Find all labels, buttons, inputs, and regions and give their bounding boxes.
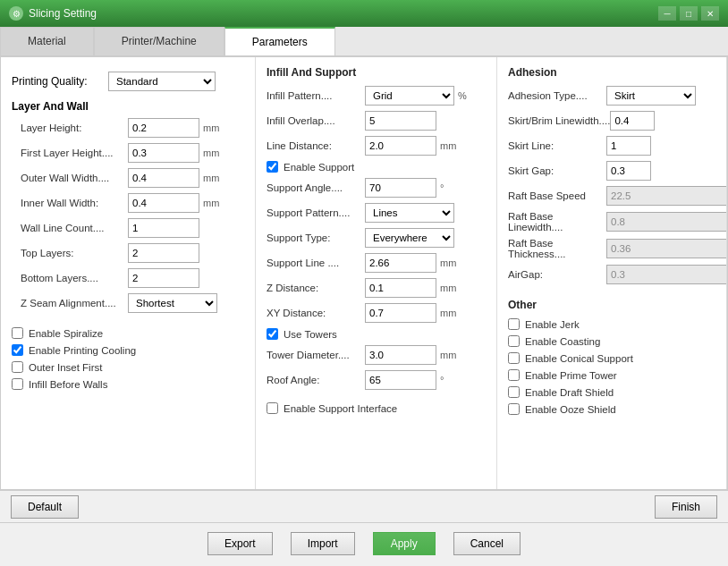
maximize-button[interactable]: □ <box>680 6 698 21</box>
infill-support-title: Infill And Support <box>267 66 486 79</box>
default-button[interactable]: Default <box>11 495 79 519</box>
airgap-row: AirGap: <box>508 265 715 284</box>
tower-diameter-input[interactable] <box>365 345 436 365</box>
support-angle-row: Support Angle.... ° <box>267 178 486 198</box>
mid-column: Infill And Support Infill Pattern.... Gr… <box>256 57 497 489</box>
adhesion-type-row: Adhesion Type.... Skirt Brim Raft None <box>508 86 715 106</box>
skirt-line-label: Skirt Line: <box>508 140 606 151</box>
layer-height-label: Layer Height: <box>21 122 128 133</box>
raft-base-thickness-row: Raft Base Thickness.... <box>508 238 715 259</box>
raft-base-speed-label: Raft Base Speed <box>508 190 606 201</box>
outer-wall-width-row: Outer Wall Width.... mm <box>21 168 244 188</box>
apply-button[interactable]: Apply <box>373 532 436 555</box>
z-seam-alignment-select[interactable]: Shortest User Specified Random <box>128 293 217 313</box>
support-pattern-row: Support Pattern.... Lines Grid Triangles <box>267 203 486 223</box>
enable-prime-tower-row: Enable Prime Tower <box>508 369 715 381</box>
layer-height-input[interactable] <box>128 118 199 138</box>
z-distance-input[interactable] <box>365 278 436 298</box>
first-layer-height-label: First Layer Height.... <box>21 148 128 158</box>
skirt-brim-input[interactable] <box>610 111 655 131</box>
enable-spiralize-label: Enable Spiralize <box>29 328 103 339</box>
support-angle-input[interactable] <box>365 178 436 198</box>
tab-bar: Material Printer/Machine Parameters <box>0 27 728 56</box>
wall-line-count-input[interactable] <box>128 218 199 238</box>
roof-angle-input[interactable] <box>365 370 436 390</box>
adhesion-type-select[interactable]: Skirt Brim Raft None <box>606 86 696 106</box>
bottom-layers-input[interactable] <box>128 268 199 288</box>
enable-printing-cooling-row: Enable Printing Cooling <box>12 344 244 356</box>
inner-wall-width-input[interactable] <box>128 193 199 213</box>
printing-quality-select[interactable]: Standard Fine Draft <box>108 72 216 91</box>
skirt-gap-input[interactable] <box>606 161 651 181</box>
adhesion-type-label: Adhesion Type.... <box>508 90 606 101</box>
infill-pattern-label: Infill Pattern.... <box>267 90 365 101</box>
tab-parameters[interactable]: Parameters <box>224 27 335 55</box>
z-seam-alignment-row: Z Seam Alignment.... Shortest User Speci… <box>21 293 244 313</box>
skirt-brim-row: Skirt/Brim Linewidth.... <box>508 111 715 131</box>
cancel-button[interactable]: Cancel <box>453 532 521 555</box>
enable-support-checkbox[interactable] <box>267 161 278 173</box>
export-button[interactable]: Export <box>207 532 273 555</box>
title-bar: ⚙ Slicing Setting ─ □ ✕ <box>0 0 728 27</box>
enable-support-row: Enable Support <box>267 161 486 173</box>
infill-before-walls-checkbox[interactable] <box>12 378 23 390</box>
enable-draft-shield-checkbox[interactable] <box>508 386 520 398</box>
support-type-label: Support Type: <box>267 232 365 243</box>
line-distance-label: Line Distance: <box>267 140 365 151</box>
finish-button[interactable]: Finish <box>655 495 717 519</box>
enable-support-interface-checkbox[interactable] <box>267 402 278 414</box>
inner-wall-width-label: Inner Wall Width: <box>21 198 128 208</box>
line-distance-unit: mm <box>440 140 456 151</box>
support-pattern-select[interactable]: Lines Grid Triangles <box>365 203 454 223</box>
enable-ooze-shield-label: Enable Ooze Shield <box>525 404 616 415</box>
enable-jerk-checkbox[interactable] <box>508 318 520 330</box>
enable-prime-tower-checkbox[interactable] <box>508 369 520 381</box>
import-button[interactable]: Import <box>291 532 355 555</box>
outer-wall-width-input[interactable] <box>128 168 199 188</box>
line-distance-input[interactable] <box>365 136 436 156</box>
z-seam-alignment-label: Z Seam Alignment.... <box>21 298 128 308</box>
enable-spiralize-row: Enable Spiralize <box>12 327 244 339</box>
first-layer-height-unit: mm <box>203 148 219 158</box>
infill-pattern-row: Infill Pattern.... Grid Lines Triangles … <box>267 86 486 106</box>
infill-overlap-input[interactable] <box>365 111 436 131</box>
enable-jerk-row: Enable Jerk <box>508 318 715 330</box>
infill-before-walls-label: Infill Before Walls <box>29 379 107 390</box>
enable-support-interface-row: Enable Support Interface <box>267 402 486 414</box>
outer-inset-first-row: Outer Inset First <box>12 361 244 373</box>
infill-before-walls-row: Infill Before Walls <box>12 378 244 390</box>
enable-conical-support-checkbox[interactable] <box>508 352 520 364</box>
support-line-input[interactable] <box>365 253 436 273</box>
minimize-button[interactable]: ─ <box>658 6 676 21</box>
enable-ooze-shield-checkbox[interactable] <box>508 403 520 415</box>
first-layer-height-input[interactable] <box>128 143 199 163</box>
tab-printer-machine[interactable]: Printer/Machine <box>94 27 224 55</box>
close-button[interactable]: ✕ <box>701 6 719 21</box>
infill-pattern-select[interactable]: Grid Lines Triangles Gyroid <box>365 86 454 106</box>
enable-spiralize-checkbox[interactable] <box>12 327 23 339</box>
support-pattern-label: Support Pattern.... <box>267 207 365 218</box>
use-towers-label: Use Towers <box>284 329 337 340</box>
tower-diameter-row: Tower Diameter.... mm <box>267 345 486 365</box>
skirt-line-row: Skirt Line: <box>508 136 715 156</box>
use-towers-checkbox[interactable] <box>267 328 278 340</box>
roof-angle-row: Roof Angle: ° <box>267 370 486 390</box>
adhesion-title: Adhesion <box>508 66 715 79</box>
xy-distance-input[interactable] <box>365 303 436 323</box>
enable-jerk-label: Enable Jerk <box>525 319 580 330</box>
bottom-bar: Default Finish <box>0 490 728 522</box>
bottom-layers-label: Bottom Layers.... <box>21 273 128 283</box>
raft-base-linewidth-label: Raft Base Linewidth.... <box>508 211 606 232</box>
skirt-line-input[interactable] <box>606 136 651 156</box>
top-layers-input[interactable] <box>128 243 199 263</box>
enable-printing-cooling-checkbox[interactable] <box>12 344 23 356</box>
left-column: Printing Quality: Standard Fine Draft La… <box>1 57 256 489</box>
z-distance-label: Z Distance: <box>267 283 365 293</box>
support-type-select[interactable]: Everywhere Touching Buildplate <box>365 228 454 248</box>
tab-material[interactable]: Material <box>0 27 94 55</box>
enable-coasting-checkbox[interactable] <box>508 335 520 347</box>
top-layers-row: Top Layers: <box>21 243 244 263</box>
outer-inset-first-checkbox[interactable] <box>12 361 23 373</box>
skirt-gap-label: Skirt Gap: <box>508 165 606 176</box>
raft-base-thickness-label: Raft Base Thickness.... <box>508 238 606 259</box>
